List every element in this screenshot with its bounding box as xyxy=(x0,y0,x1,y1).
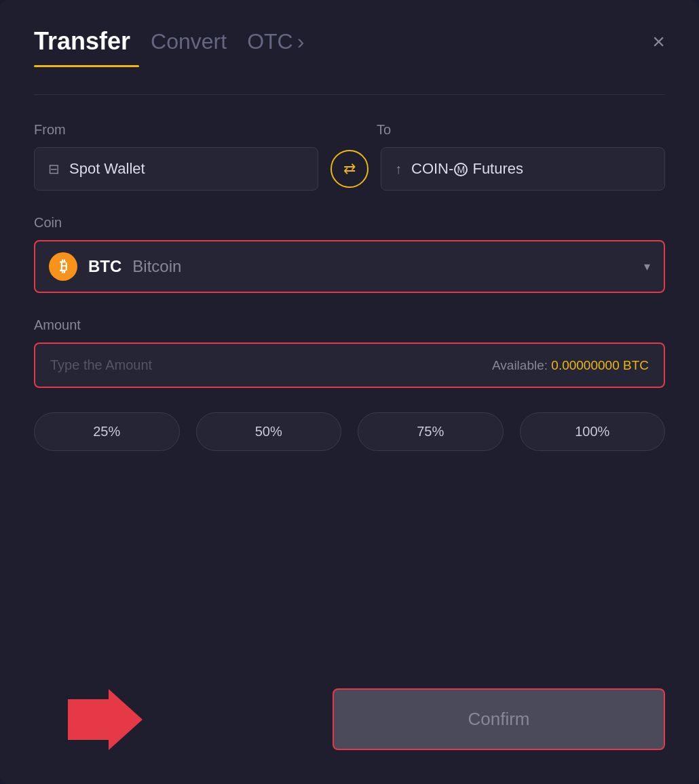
to-wallet-select[interactable]: ↑ COIN-M Futures xyxy=(381,147,665,191)
to-wallet-text: COIN-M Futures xyxy=(411,160,523,178)
coin-section: Coin ₿ BTC Bitcoin ▾ xyxy=(34,215,665,293)
swap-icon: ⇄ xyxy=(343,160,356,178)
available-value: 0.00000000 xyxy=(551,358,619,372)
close-button[interactable]: × xyxy=(652,31,665,52)
coin-ticker: BTC xyxy=(88,257,121,276)
percent-75-button[interactable]: 75% xyxy=(358,412,504,451)
confirm-button[interactable]: Confirm xyxy=(333,688,665,750)
percent-row: 25% 50% 75% 100% xyxy=(34,412,665,451)
tab-convert[interactable]: Convert xyxy=(151,29,227,54)
percent-50-button[interactable]: 50% xyxy=(196,412,342,451)
coin-full-name: Bitcoin xyxy=(132,257,181,276)
from-wallet-text: Spot Wallet xyxy=(69,160,145,178)
amount-section: Amount Type the Amount Available: 0.0000… xyxy=(34,317,665,388)
svg-marker-0 xyxy=(68,689,143,750)
tab-otc[interactable]: OTC › xyxy=(247,29,304,54)
coin-label: Coin xyxy=(34,215,665,231)
arrow-container xyxy=(68,689,143,750)
percent-100-button[interactable]: 100% xyxy=(520,412,666,451)
amount-placeholder: Type the Amount xyxy=(50,357,152,373)
amount-label: Amount xyxy=(34,317,665,333)
header-divider xyxy=(34,94,665,95)
swap-button[interactable]: ⇄ xyxy=(330,150,369,188)
transfer-modal: Transfer Convert OTC › × From To ⊟ Spot … xyxy=(0,0,699,784)
coin-select[interactable]: ₿ BTC Bitcoin ▾ xyxy=(34,240,665,293)
btc-icon: ₿ xyxy=(49,252,77,281)
red-arrow-icon xyxy=(68,689,143,750)
from-wallet-select[interactable]: ⊟ Spot Wallet xyxy=(34,147,318,191)
bottom-section: Confirm xyxy=(34,675,665,750)
header-tabs: Transfer Convert OTC › × xyxy=(34,27,665,56)
amount-input-box[interactable]: Type the Amount Available: 0.00000000 BT… xyxy=(34,342,665,388)
from-label: From xyxy=(34,122,322,138)
tab-active-indicator xyxy=(34,65,139,67)
available-label: Available: xyxy=(492,358,548,372)
from-to-labels: From To xyxy=(34,122,665,138)
from-to-section: From To ⊟ Spot Wallet ⇄ ↑ COIN-M Futures xyxy=(34,122,665,191)
tab-transfer[interactable]: Transfer xyxy=(34,27,130,56)
futures-icon: ↑ xyxy=(395,161,402,177)
from-to-row: ⊟ Spot Wallet ⇄ ↑ COIN-M Futures xyxy=(34,147,665,191)
percent-25-button[interactable]: 25% xyxy=(34,412,180,451)
coin-chevron-icon: ▾ xyxy=(644,259,650,274)
available-text: Available: 0.00000000 BTC xyxy=(492,358,649,373)
to-label: To xyxy=(377,122,665,138)
available-currency: BTC xyxy=(623,358,649,372)
wallet-icon: ⊟ xyxy=(48,161,60,177)
